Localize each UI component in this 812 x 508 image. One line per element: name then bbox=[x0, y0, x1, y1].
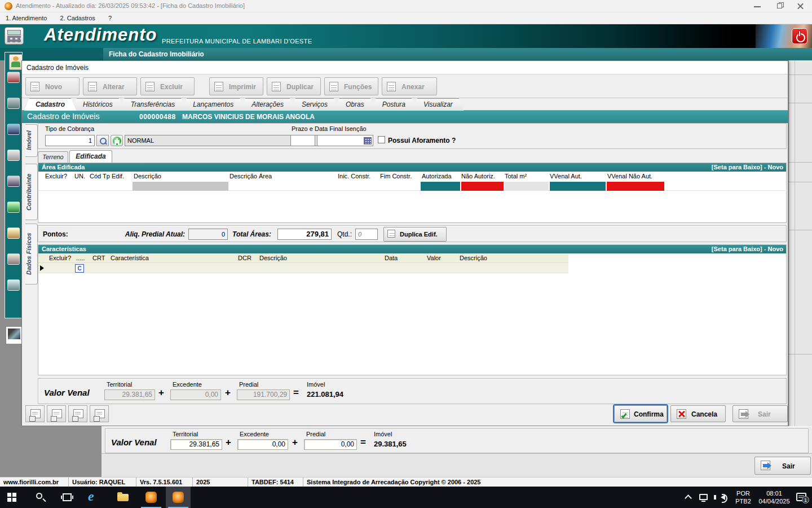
col-cod-tp-edif[interactable]: Cód Tp Edif. bbox=[90, 173, 124, 179]
restore-button[interactable] bbox=[770, 0, 789, 12]
bg-sair-button[interactable]: Sair bbox=[754, 457, 811, 475]
col-descricao[interactable]: Descrição bbox=[134, 173, 161, 179]
ccol-caracteristica[interactable]: Característica bbox=[111, 255, 149, 261]
menu-atendimento[interactable]: 1. Atendimento bbox=[0, 12, 52, 21]
col-autorizada[interactable]: Autorizada bbox=[422, 173, 452, 179]
tab-cadastro[interactable]: Cadastro bbox=[24, 98, 76, 111]
photo-shortcut-icon[interactable] bbox=[6, 326, 23, 344]
funcoes-button[interactable]: Funções bbox=[324, 77, 378, 95]
sidebar-icon-6[interactable] bbox=[7, 202, 20, 213]
side-tab-dados-fisicos[interactable]: Dados Físicos bbox=[25, 224, 38, 284]
sidebar-icon-4[interactable] bbox=[7, 150, 20, 161]
sidebar-icon-7[interactable] bbox=[7, 227, 20, 239]
taskbar-search[interactable] bbox=[28, 487, 53, 508]
col-excluir[interactable]: Excluir? bbox=[45, 173, 67, 179]
excluir-button[interactable]: Excluir bbox=[140, 77, 195, 95]
side-tab-imovel[interactable]: Imóvel bbox=[25, 124, 38, 157]
sidebar-icon-8[interactable] bbox=[7, 253, 20, 265]
nav-button-3[interactable] bbox=[68, 405, 87, 422]
ccol-valor[interactable]: Valor bbox=[427, 255, 441, 261]
sidebar-icon-9[interactable] bbox=[7, 279, 20, 291]
col-vvenal-nao-aut[interactable]: VVenal Não Aut. bbox=[607, 173, 652, 179]
prazo-input[interactable] bbox=[290, 135, 315, 146]
bg-predial-input[interactable]: 0,00 bbox=[304, 439, 357, 450]
alterar-button[interactable]: Alterar bbox=[83, 77, 137, 95]
qtd-input[interactable]: 0 bbox=[355, 229, 378, 240]
duplicar-button[interactable]: Duplicar bbox=[267, 77, 321, 95]
clock[interactable]: 08:01 04/04/2025 bbox=[756, 489, 793, 505]
bg-territorial-input[interactable]: 29.381,65 bbox=[170, 439, 222, 450]
confirma-button[interactable]: Confirma bbox=[614, 405, 667, 422]
ccol-dots[interactable]: ..... bbox=[76, 255, 85, 261]
sidebar-icon-1[interactable] bbox=[7, 72, 20, 83]
cell-nao-autoriz[interactable] bbox=[461, 182, 504, 191]
imprimir-button[interactable]: Imprimir bbox=[209, 77, 263, 95]
novo-button[interactable]: Novo bbox=[25, 77, 80, 95]
aforamento-checkbox[interactable] bbox=[378, 136, 385, 143]
taskbar-explorer[interactable] bbox=[111, 487, 135, 508]
notification-icon[interactable]: 1 bbox=[796, 493, 806, 501]
menu-help[interactable]: ? bbox=[103, 12, 117, 21]
nav-button-1[interactable] bbox=[25, 405, 45, 422]
speaker-icon[interactable] bbox=[721, 494, 725, 500]
start-button[interactable] bbox=[0, 487, 25, 508]
task-view-button[interactable] bbox=[55, 487, 80, 508]
sidebar-icon-5[interactable] bbox=[7, 176, 20, 187]
language-indicator[interactable]: POR PTB2 bbox=[733, 489, 753, 505]
nav-button-4[interactable] bbox=[90, 405, 109, 422]
sidebar-icon-2[interactable] bbox=[7, 98, 20, 109]
tab-obras[interactable]: Obras bbox=[334, 98, 376, 111]
taskbar-ie[interactable]: e bbox=[82, 487, 107, 508]
tipo-cobranca-input[interactable]: 1 bbox=[45, 135, 95, 146]
search-lookup-button[interactable] bbox=[96, 135, 109, 146]
crt-c-icon[interactable]: C bbox=[75, 264, 84, 273]
tab-historicos[interactable]: Históricos bbox=[72, 98, 124, 111]
col-inic-constr[interactable]: Inic. Constr. bbox=[338, 173, 370, 179]
cell-vvenal-nao-aut[interactable] bbox=[607, 182, 664, 191]
caracteristicas-row[interactable] bbox=[38, 263, 568, 273]
taskbar-app-2[interactable] bbox=[166, 487, 191, 508]
bg-excedente-input[interactable]: 0,00 bbox=[237, 439, 288, 450]
col-un[interactable]: UN. bbox=[74, 173, 85, 179]
side-tab-contribuinte[interactable]: Contribuinte bbox=[25, 164, 38, 220]
ccol-descricao[interactable]: Descrição bbox=[259, 255, 287, 261]
network-icon[interactable] bbox=[699, 494, 708, 500]
col-total-m2[interactable]: Total m² bbox=[505, 173, 527, 179]
tab-transferencias[interactable]: Transferências bbox=[120, 98, 186, 111]
cancela-button[interactable]: Cancela bbox=[670, 405, 726, 422]
sair-button[interactable]: Sair bbox=[732, 405, 788, 422]
total-areas-input[interactable]: 279,81 bbox=[277, 229, 332, 240]
tab-postura[interactable]: Postura bbox=[371, 98, 417, 111]
col-descricao-area[interactable]: Descrição Área bbox=[230, 173, 272, 179]
ccol-crt[interactable]: CRT bbox=[92, 255, 105, 261]
subtab-terreno[interactable]: Terreno bbox=[38, 151, 68, 163]
power-button[interactable] bbox=[792, 28, 807, 44]
add-button[interactable] bbox=[111, 135, 123, 146]
tab-alteracoes[interactable]: Alterações bbox=[240, 98, 295, 111]
duplica-edif-button[interactable]: Duplica Edif. bbox=[383, 227, 447, 242]
ccol-data[interactable]: Data bbox=[385, 255, 398, 261]
cell-descricao[interactable] bbox=[133, 182, 228, 191]
subtab-edificada[interactable]: Edificada bbox=[69, 150, 112, 163]
tab-servicos[interactable]: Serviços bbox=[290, 98, 339, 111]
ccol-descricao-2[interactable]: Descrição bbox=[460, 255, 487, 261]
data-final-isencao-input[interactable] bbox=[317, 135, 373, 146]
menu-cadastros[interactable]: 2. Cadastros bbox=[54, 12, 100, 21]
nav-button-2[interactable] bbox=[47, 405, 66, 422]
aliq-predial-input[interactable]: 0 bbox=[188, 229, 228, 240]
user-shortcut-icon[interactable] bbox=[9, 54, 23, 70]
col-fim-constr[interactable]: Fim Constr. bbox=[380, 173, 412, 179]
col-vvenal-aut[interactable]: VVenal Aut. bbox=[550, 173, 582, 179]
sidebar-icon-3[interactable] bbox=[7, 124, 20, 135]
tray-chevron-icon[interactable] bbox=[685, 494, 692, 502]
ccol-dcr[interactable]: DCR bbox=[238, 255, 251, 261]
ccol-excluir[interactable]: Excluir? bbox=[49, 255, 71, 261]
col-nao-autoriz[interactable]: Não Autoriz. bbox=[461, 173, 495, 179]
cell-autorizada[interactable] bbox=[421, 182, 460, 191]
tab-visualizar[interactable]: Visualizar bbox=[412, 98, 464, 111]
taskbar-app-1[interactable] bbox=[139, 487, 164, 508]
tab-lancamentos[interactable]: Lançamentos bbox=[182, 98, 245, 111]
calendar-icon[interactable] bbox=[364, 137, 372, 144]
anexar-button[interactable]: Anexar bbox=[382, 77, 437, 95]
minimize-button[interactable] bbox=[748, 0, 767, 12]
